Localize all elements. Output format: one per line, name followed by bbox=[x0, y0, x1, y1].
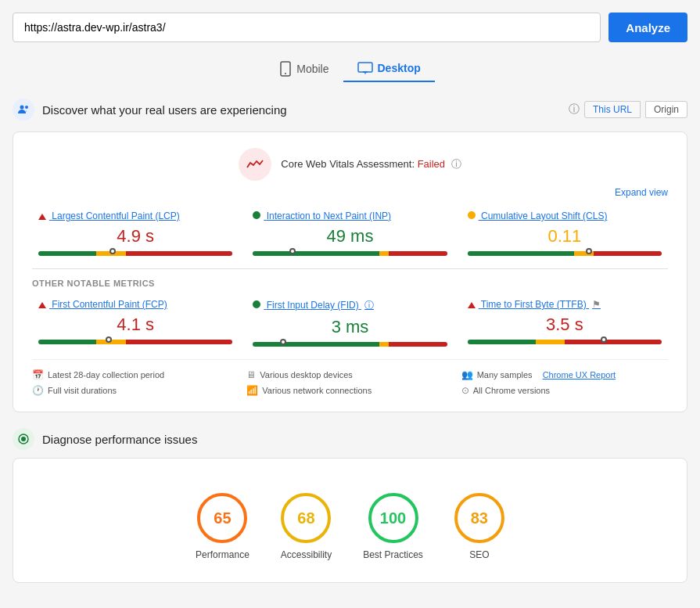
ttfb-value: 3.5 s bbox=[468, 315, 662, 335]
lcp-bar bbox=[38, 251, 232, 256]
svg-point-5 bbox=[20, 106, 24, 110]
ttfb-bar-marker bbox=[601, 336, 607, 343]
fcp-bar-marker bbox=[106, 336, 112, 343]
inp-label[interactable]: Interaction to Next Paint (INP) bbox=[253, 210, 447, 221]
cls-label[interactable]: Cumulative Layout Shift (CLS) bbox=[468, 210, 662, 221]
seo-score-card: 83 SEO bbox=[454, 493, 504, 560]
score-cards: 65 Performance 68 Accessibility 100 Best… bbox=[32, 474, 668, 567]
fid-bar-marker bbox=[280, 339, 286, 345]
footer-visit-text: Full visit durations bbox=[48, 386, 117, 395]
fcp-bar bbox=[38, 340, 232, 344]
url-origin-controls: ⓘ This URL Origin bbox=[569, 101, 687, 118]
ttfb-bar-green bbox=[468, 340, 536, 344]
lcp-bar-marker bbox=[109, 248, 116, 254]
mobile-icon bbox=[279, 61, 292, 77]
seo-circle: 83 bbox=[454, 493, 504, 543]
footer-network-text: Various network connections bbox=[262, 386, 372, 395]
cls-value: 0.11 bbox=[468, 226, 662, 246]
accessibility-value: 68 bbox=[297, 509, 314, 527]
inp-bar-marker bbox=[289, 248, 296, 254]
performance-score-card: 65 Performance bbox=[196, 493, 249, 560]
analyze-button[interactable]: Analyze bbox=[608, 13, 687, 42]
monitor-icon: 🖥 bbox=[246, 369, 256, 380]
best-practices-label: Best Practices bbox=[363, 549, 423, 560]
inp-bar-yellow bbox=[379, 251, 389, 256]
diagnose-icon bbox=[13, 428, 34, 450]
cls-indicator bbox=[468, 211, 476, 219]
lcp-bar-green bbox=[38, 251, 96, 256]
cwv-title: Core Web Vitals Assessment: Failed ⓘ bbox=[281, 157, 461, 171]
accessibility-score-card: 68 Accessibility bbox=[281, 493, 332, 560]
url-input[interactable] bbox=[13, 13, 601, 42]
fcp-metric: First Contentful Paint (FCP) 4.1 s bbox=[32, 299, 239, 347]
ttfb-bar-yellow bbox=[536, 340, 565, 344]
this-url-button[interactable]: This URL bbox=[584, 101, 641, 118]
fid-indicator bbox=[253, 300, 260, 308]
inp-value: 49 ms bbox=[253, 226, 447, 246]
fid-label[interactable]: First Input Delay (FID) ⓘ bbox=[253, 299, 447, 312]
cwv-icon bbox=[239, 148, 271, 181]
inp-indicator bbox=[253, 211, 260, 219]
ttfb-metric: Time to First Byte (TTFB) ⚑ 3.5 s bbox=[461, 299, 668, 347]
expand-view-link[interactable]: Expand view bbox=[32, 187, 668, 198]
fcp-label[interactable]: First Contentful Paint (FCP) bbox=[38, 299, 232, 310]
real-users-icon bbox=[13, 99, 34, 121]
inp-bar-green bbox=[253, 251, 379, 256]
device-toggle: Mobile Desktop bbox=[13, 55, 687, 83]
cwv-header: Core Web Vitals Assessment: Failed ⓘ bbox=[32, 148, 668, 181]
footer-chrome-text: All Chrome versions bbox=[473, 386, 550, 395]
fid-bar bbox=[253, 342, 447, 347]
fid-bar-green bbox=[253, 342, 379, 347]
fid-value: 3 ms bbox=[253, 317, 447, 337]
cls-bar-red bbox=[594, 251, 662, 256]
fid-info-icon[interactable]: ⓘ bbox=[364, 300, 374, 311]
clock-icon: 🕐 bbox=[32, 385, 44, 396]
inp-bar bbox=[253, 251, 447, 256]
cwv-info-icon[interactable]: ⓘ bbox=[451, 158, 461, 170]
footer-samples-text: Many samples bbox=[477, 370, 533, 380]
cwv-card: Core Web Vitals Assessment: Failed ⓘ Exp… bbox=[13, 131, 687, 412]
ttfb-label[interactable]: Time to First Byte (TTFB) ⚑ bbox=[468, 299, 662, 310]
cls-metric: Cumulative Layout Shift (CLS) 0.11 bbox=[461, 210, 668, 256]
footer-info: 📅 Latest 28-day collection period 🖥 Vari… bbox=[32, 359, 668, 396]
performance-label: Performance bbox=[196, 549, 249, 560]
other-metrics-label: OTHER NOTABLE METRICS bbox=[32, 279, 668, 288]
diagnose-header: Diagnose performance issues bbox=[13, 428, 687, 450]
footer-devices: 🖥 Various desktop devices bbox=[246, 369, 453, 380]
metrics-divider bbox=[32, 268, 668, 269]
footer-collection-text: Latest 28-day collection period bbox=[48, 370, 164, 380]
seo-label: SEO bbox=[469, 549, 489, 560]
footer-visit-durations: 🕐 Full visit durations bbox=[32, 385, 239, 396]
cls-bar bbox=[468, 251, 662, 256]
inp-bar-red bbox=[389, 251, 447, 256]
best-practices-circle: 100 bbox=[368, 493, 418, 543]
real-users-title: Discover what your real users are experi… bbox=[42, 103, 287, 117]
ttfb-bar bbox=[468, 340, 662, 344]
info-icon[interactable]: ⓘ bbox=[569, 103, 580, 117]
inp-metric: Interaction to Next Paint (INP) 49 ms bbox=[246, 210, 453, 256]
performance-value: 65 bbox=[214, 509, 231, 527]
origin-button[interactable]: Origin bbox=[645, 101, 687, 118]
best-practices-value: 100 bbox=[380, 509, 406, 527]
desktop-tab[interactable]: Desktop bbox=[343, 56, 435, 82]
footer-network: 📶 Various network connections bbox=[246, 385, 453, 396]
calendar-icon: 📅 bbox=[32, 369, 44, 380]
svg-point-8 bbox=[21, 437, 26, 441]
chrome-ux-report-link[interactable]: Chrome UX Report bbox=[543, 370, 616, 380]
desktop-icon bbox=[357, 62, 373, 74]
best-practices-score-card: 100 Best Practices bbox=[363, 493, 423, 560]
fid-bar-red bbox=[389, 342, 447, 347]
fcp-bar-red bbox=[126, 340, 233, 344]
mobile-tab[interactable]: Mobile bbox=[265, 55, 343, 83]
real-users-header: Discover what your real users are experi… bbox=[13, 95, 687, 124]
ttfb-flag-icon: ⚑ bbox=[592, 299, 601, 310]
lcp-label[interactable]: Largest Contentful Paint (LCP) bbox=[38, 210, 232, 221]
diagnose-card: 65 Performance 68 Accessibility 100 Best… bbox=[13, 458, 687, 583]
footer-devices-text: Various desktop devices bbox=[260, 370, 352, 380]
lcp-indicator bbox=[38, 214, 46, 220]
users-icon: 👥 bbox=[461, 369, 473, 380]
desktop-tab-label: Desktop bbox=[378, 62, 421, 74]
lcp-bar-red bbox=[126, 251, 233, 256]
svg-point-6 bbox=[25, 106, 28, 109]
footer-samples: 👥 Many samples Chrome UX Report bbox=[461, 369, 668, 380]
